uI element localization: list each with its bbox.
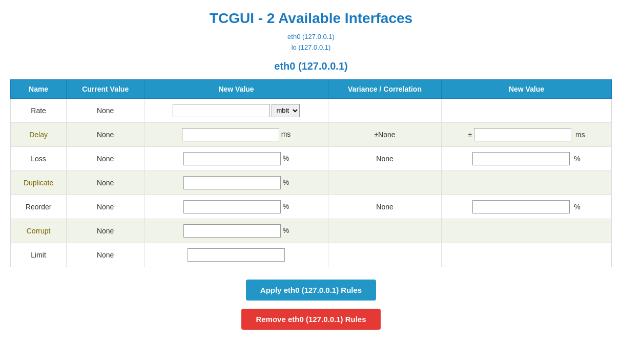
- col-header-variance: Variance / Correlation: [328, 79, 441, 98]
- new-value-input-loss[interactable]: [183, 152, 281, 165]
- row-name-delay: Delay: [11, 122, 67, 146]
- new-value-input-duplicate[interactable]: [183, 176, 281, 189]
- row-new-value-corrupt: %: [144, 219, 328, 243]
- new-value-input-corrupt[interactable]: [183, 224, 281, 238]
- col-header-name: Name: [11, 79, 67, 98]
- row-name-rate: Rate: [11, 98, 67, 122]
- unit-label-duplicate: %: [283, 178, 289, 186]
- row-variance-new-value-delay: ±ms: [442, 122, 612, 146]
- row-variance-new-value-limit: [442, 243, 612, 267]
- remove-button-row: Remove eth0 (127.0.0.1) Rules: [10, 309, 612, 330]
- table-row: LossNone%None%: [11, 146, 612, 170]
- row-new-value-limit: [144, 243, 328, 267]
- row-current-value-duplicate: None: [67, 170, 144, 195]
- main-table: Name Current Value New Value Variance / …: [10, 79, 612, 267]
- row-variance-reorder: None: [328, 195, 441, 219]
- row-current-value-limit: None: [67, 243, 144, 267]
- table-row: RateNone mbitkbitbps: [11, 98, 612, 122]
- row-name-limit: Limit: [11, 243, 67, 267]
- row-variance-new-value-loss: %: [442, 146, 612, 170]
- new-value-input-rate[interactable]: [173, 104, 270, 117]
- apply-button[interactable]: Apply eth0 (127.0.0.1) Rules: [246, 280, 376, 301]
- row-variance-new-value-reorder: %: [442, 195, 612, 219]
- remove-button[interactable]: Remove eth0 (127.0.0.1) Rules: [241, 309, 380, 330]
- table-row: LimitNone: [11, 243, 612, 267]
- interface-link-lo[interactable]: lo (127.0.0.1): [10, 42, 612, 53]
- row-variance-limit: [328, 243, 441, 267]
- row-name-loss: Loss: [11, 146, 67, 170]
- new-value-input-delay[interactable]: [182, 128, 279, 141]
- row-new-value-duplicate: %: [144, 170, 328, 195]
- row-current-value-delay: None: [67, 122, 144, 146]
- row-variance-new-value-rate: [442, 98, 612, 122]
- table-row: DelayNonems±None±ms: [11, 122, 612, 146]
- variance-input-loss[interactable]: [472, 152, 570, 165]
- variance-unit-loss: %: [574, 155, 580, 163]
- new-value-input-limit[interactable]: [188, 248, 285, 262]
- row-variance-corrupt: [328, 219, 441, 243]
- variance-unit-reorder: %: [574, 203, 580, 211]
- row-name-corrupt: Corrupt: [11, 219, 67, 243]
- row-variance-duplicate: [328, 170, 441, 195]
- col-header-new-value: New Value: [144, 79, 328, 98]
- row-variance-new-value-corrupt: [442, 219, 612, 243]
- unit-label-loss: %: [283, 154, 289, 162]
- new-value-input-reorder[interactable]: [183, 200, 281, 213]
- row-new-value-delay: ms: [144, 122, 328, 146]
- col-header-current-value: Current Value: [67, 79, 144, 98]
- row-variance-delay: ±None: [328, 122, 441, 146]
- row-variance-loss: None: [328, 146, 441, 170]
- unit-select-rate[interactable]: mbitkbitbps: [272, 104, 300, 117]
- page-title: TCGUI - 2 Available Interfaces: [10, 10, 612, 27]
- row-name-reorder: Reorder: [11, 195, 67, 219]
- col-header-new-value-variance: New Value: [442, 79, 612, 98]
- unit-label-reorder: %: [283, 202, 289, 210]
- section-title: eth0 (127.0.0.1): [10, 60, 612, 72]
- row-variance-new-value-duplicate: [442, 170, 612, 195]
- row-current-value-reorder: None: [67, 195, 144, 219]
- row-current-value-rate: None: [67, 98, 144, 122]
- unit-label-delay: ms: [281, 130, 291, 138]
- apply-button-row: Apply eth0 (127.0.0.1) Rules: [10, 280, 612, 301]
- row-new-value-reorder: %: [144, 195, 328, 219]
- variance-unit-delay: ms: [575, 131, 585, 139]
- row-new-value-loss: %: [144, 146, 328, 170]
- table-row: DuplicateNone%: [11, 170, 612, 195]
- row-current-value-loss: None: [67, 146, 144, 170]
- table-row: ReorderNone%None%: [11, 195, 612, 219]
- unit-label-corrupt: %: [283, 226, 289, 234]
- row-current-value-corrupt: None: [67, 219, 144, 243]
- interface-link-eth0[interactable]: eth0 (127.0.0.1): [10, 32, 612, 42]
- table-row: CorruptNone%: [11, 219, 612, 243]
- row-variance-rate: [328, 98, 441, 122]
- variance-input-delay[interactable]: [474, 128, 571, 141]
- variance-prefix-delay: ±: [468, 131, 472, 139]
- row-name-duplicate: Duplicate: [11, 170, 67, 195]
- row-new-value-rate: mbitkbitbps: [144, 98, 328, 122]
- variance-input-reorder[interactable]: [472, 200, 570, 213]
- page-wrapper: TCGUI - 2 Available Interfaces eth0 (127…: [0, 0, 622, 348]
- interface-links: eth0 (127.0.0.1) lo (127.0.0.1): [10, 32, 612, 53]
